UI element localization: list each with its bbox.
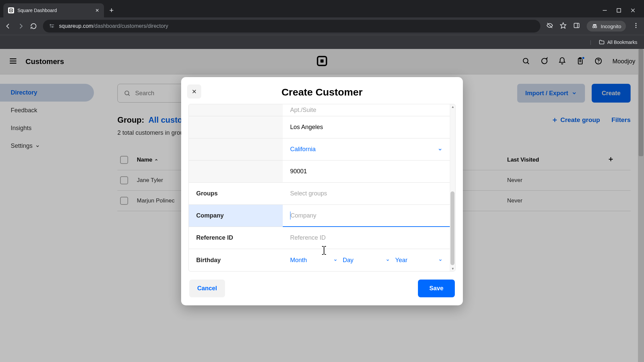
- eye-off-icon[interactable]: [546, 22, 553, 30]
- square-favicon: [8, 7, 14, 13]
- reference-id-field[interactable]: Reference ID: [283, 227, 450, 249]
- incognito-label: Incognito: [601, 23, 621, 29]
- back-button[interactable]: [5, 23, 11, 29]
- svg-point-6: [50, 24, 51, 25]
- browser-tab[interactable]: Square Dashboard ✕: [3, 3, 104, 17]
- kebab-icon[interactable]: [633, 22, 639, 30]
- svg-point-18: [635, 25, 636, 26]
- scroll-up-icon[interactable]: ▲: [451, 105, 454, 109]
- modal-form: ▲ ▼ Apt./Suite Los Angeles California: [189, 104, 455, 272]
- tab-title: Square Dashboard: [17, 8, 92, 13]
- modal-title: Create Customer: [188, 86, 456, 98]
- svg-point-8: [52, 26, 53, 27]
- nav-bar: squareup.com/dashboard/customers/directo…: [0, 17, 644, 35]
- chevron-down-icon: [333, 258, 337, 262]
- all-bookmarks-link[interactable]: All Bookmarks: [607, 40, 637, 45]
- birthday-month-select[interactable]: Month: [290, 257, 337, 264]
- url-text: squareup.com/dashboard/customers/directo…: [59, 23, 168, 29]
- svg-rect-1: [11, 10, 12, 11]
- scroll-down-icon[interactable]: ▼: [451, 267, 454, 270]
- svg-rect-13: [574, 23, 579, 27]
- forward-button[interactable]: [17, 23, 24, 29]
- incognito-badge[interactable]: Incognito: [587, 21, 626, 32]
- state-label-spacer: [189, 138, 283, 161]
- birthday-year-select[interactable]: Year: [395, 257, 442, 264]
- cancel-button[interactable]: Cancel: [189, 280, 225, 297]
- form-scrollbar[interactable]: ▲ ▼: [450, 104, 455, 271]
- svg-rect-3: [617, 9, 621, 12]
- modal-overlay[interactable]: Create Customer ▲ ▼ Apt./Suite: [0, 49, 644, 362]
- close-tab-icon[interactable]: ✕: [95, 8, 99, 13]
- chevron-down-icon: [438, 258, 442, 262]
- birthday-label: Birthday: [189, 249, 283, 271]
- birthday-row: Month Day Year: [283, 249, 450, 271]
- apt-suite-field[interactable]: Apt./Suite: [283, 104, 450, 116]
- birthday-day-select[interactable]: Day: [343, 257, 390, 264]
- minimize-icon[interactable]: [602, 8, 607, 13]
- panel-icon[interactable]: [573, 22, 580, 30]
- address-label-spacer: [189, 104, 283, 116]
- chevron-down-icon: [438, 147, 442, 152]
- svg-point-16: [595, 26, 597, 28]
- new-tab-button[interactable]: +: [109, 6, 114, 15]
- create-customer-modal: Create Customer ▲ ▼ Apt./Suite: [181, 77, 463, 305]
- groups-select[interactable]: Select groups: [283, 183, 450, 205]
- maximize-icon[interactable]: [616, 8, 621, 13]
- tab-bar: Square Dashboard ✕ +: [0, 0, 644, 17]
- reload-button[interactable]: [30, 23, 37, 29]
- zip-label-spacer: [189, 161, 283, 183]
- chevron-down-icon: [386, 258, 390, 262]
- company-label: Company: [189, 205, 283, 227]
- reference-id-label: Reference ID: [189, 227, 283, 249]
- bookmark-bar: All Bookmarks: [0, 35, 644, 49]
- star-icon[interactable]: [560, 22, 567, 30]
- company-placeholder: Company: [290, 212, 316, 219]
- svg-point-15: [593, 26, 594, 28]
- save-button[interactable]: Save: [418, 280, 455, 297]
- zip-field[interactable]: 90001: [283, 161, 450, 183]
- url-bar[interactable]: squareup.com/dashboard/customers/directo…: [43, 20, 540, 33]
- svg-point-19: [635, 27, 636, 28]
- state-select[interactable]: California: [283, 138, 450, 161]
- close-window-icon[interactable]: [631, 8, 635, 13]
- close-modal-button[interactable]: [187, 84, 201, 99]
- folder-icon: [599, 39, 605, 45]
- site-info-icon[interactable]: [49, 23, 55, 29]
- svg-marker-12: [560, 23, 566, 28]
- groups-label: Groups: [189, 183, 283, 205]
- city-label-spacer: [189, 116, 283, 138]
- city-field[interactable]: Los Angeles: [283, 116, 450, 138]
- window-controls: [602, 3, 641, 17]
- svg-point-17: [635, 23, 636, 24]
- company-field[interactable]: Company: [283, 205, 450, 227]
